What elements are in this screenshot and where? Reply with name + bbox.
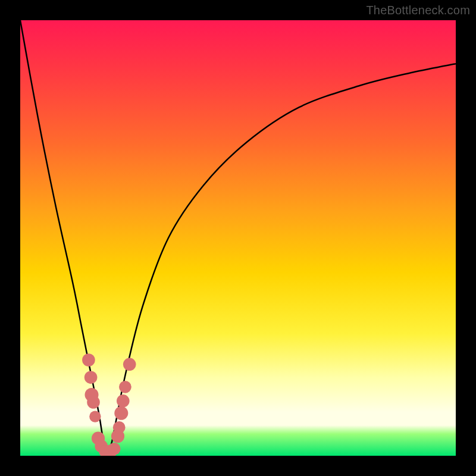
curve-layer xyxy=(20,20,456,456)
watermark-text: TheBottleneck.com xyxy=(366,4,470,17)
bottleneck-curve xyxy=(20,20,456,456)
data-point xyxy=(119,381,131,393)
data-point xyxy=(87,396,100,409)
data-point xyxy=(123,358,136,371)
chart-frame: TheBottleneck.com xyxy=(0,0,476,476)
data-point xyxy=(114,406,128,420)
plot-area xyxy=(20,20,456,456)
data-point xyxy=(84,371,98,384)
data-point xyxy=(113,421,126,434)
data-point xyxy=(108,443,121,455)
data-point xyxy=(89,411,101,422)
data-point xyxy=(82,353,95,367)
data-point xyxy=(117,394,130,408)
